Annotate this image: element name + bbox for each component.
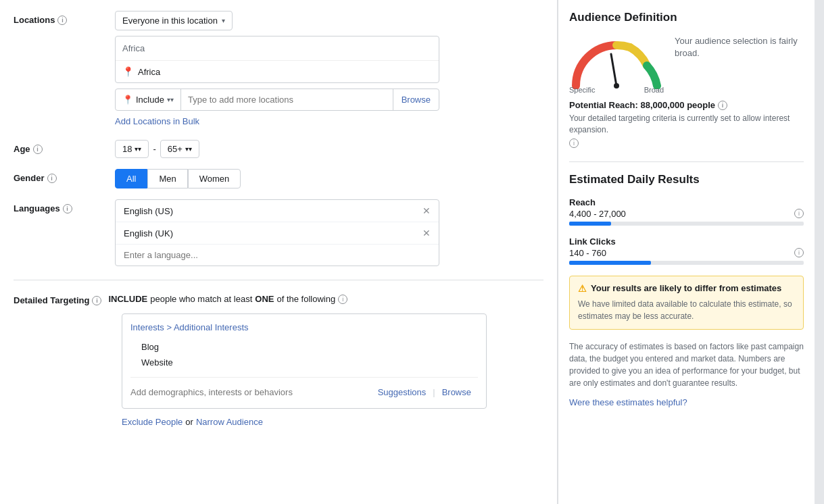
gender-info-icon[interactable]: i — [47, 174, 57, 183]
gender-all-button[interactable]: All — [115, 169, 147, 188]
audience-definition-section: Audience Definition Specific — [569, 11, 804, 148]
gender-label: Gender — [14, 173, 45, 183]
languages-info-icon[interactable]: i — [63, 204, 72, 213]
helpful-link[interactable]: Were these estimates helpful? — [569, 397, 687, 407]
include-pin-icon: 📍 — [122, 95, 133, 105]
reach-bar-background — [569, 222, 804, 226]
include-label: Include — [136, 95, 164, 105]
location-browse-button[interactable]: Browse — [393, 89, 439, 110]
language-en-us-remove[interactable]: ✕ — [422, 205, 431, 216]
gender-men-button[interactable]: Men — [147, 169, 187, 188]
disclaimer-text: The accuracy of estimates is based on fa… — [569, 341, 804, 389]
location-type-input[interactable] — [181, 89, 393, 110]
narrow-audience-link[interactable]: Narrow Audience — [196, 417, 263, 427]
age-separator: - — [153, 144, 155, 154]
desc-suffix: of the following — [276, 294, 335, 304]
audience-definition-title: Audience Definition — [569, 11, 804, 24]
link-clicks-metric-block: Link Clicks 140 - 760 i — [569, 236, 804, 265]
language-item-en-us: English (US) ✕ — [116, 200, 439, 222]
location-search-field[interactable]: Africa — [116, 36, 439, 61]
reach-label: Reach — [569, 197, 804, 207]
detailed-targeting-info-icon[interactable]: i — [92, 296, 101, 305]
gauge-chart: Specific Broad — [569, 35, 664, 89]
age-min-select[interactable]: 18 ▾ — [115, 140, 149, 158]
reach-metric-block: Reach 4,400 - 27,000 i — [569, 197, 804, 226]
warning-text: We have limited data available to calcul… — [578, 298, 795, 322]
age-max-value: 65+ — [168, 144, 183, 154]
warning-title-text: Your results are likely to differ from e… — [591, 283, 781, 293]
detailed-targeting-label: Detailed Targeting — [14, 295, 89, 305]
exclude-row: Exclude People or Narrow Audience — [122, 417, 543, 427]
location-item-text: Africa — [138, 67, 160, 77]
suggestions-button[interactable]: Suggestions — [371, 384, 433, 400]
language-en-us-text: English (US) — [124, 206, 173, 216]
potential-reach-block: Potential Reach: 88,000,000 people i You… — [569, 100, 804, 148]
add-bulk-link[interactable]: Add Locations in Bulk — [115, 116, 199, 126]
age-min-chevron-icon: ▾ — [135, 145, 141, 153]
estimated-daily-title: Estimated Daily Results — [569, 173, 804, 186]
language-en-uk-remove[interactable]: ✕ — [422, 228, 431, 238]
languages-label: Languages — [14, 203, 60, 213]
targeting-browse-button[interactable]: Browse — [435, 384, 478, 400]
language-input[interactable] — [116, 245, 439, 266]
age-label: Age — [14, 144, 30, 154]
interests-path-link[interactable]: Interests > Additional Interests — [130, 322, 478, 332]
include-bar: 📍 Include ▾ Browse — [115, 89, 439, 111]
interest-blog-item: Blog — [130, 339, 478, 355]
potential-reach-sub: Your detailed targeting criteria is curr… — [569, 113, 804, 136]
potential-reach-info-icon[interactable]: i — [718, 101, 727, 110]
gauge-container: Specific Broad Your audience selection i… — [569, 35, 804, 89]
link-clicks-value: 140 - 760 — [569, 248, 606, 258]
age-max-chevron-icon: ▾ — [185, 145, 192, 153]
desc-middle: people who match at least — [150, 294, 252, 304]
gauge-specific-label: Specific — [569, 86, 596, 94]
pin-icon: 📍 — [122, 66, 134, 77]
warning-block: ⚠ Your results are likely to differ from… — [569, 276, 804, 330]
add-targeting-input[interactable] — [130, 387, 371, 397]
gender-group: All Men Women — [115, 169, 543, 188]
reach-value: 4,400 - 27,000 — [569, 209, 626, 219]
include-chevron-icon: ▾ — [167, 96, 174, 103]
language-en-uk-text: English (UK) — [124, 228, 173, 238]
link-clicks-info-icon[interactable]: i — [794, 248, 804, 257]
location-dropdown-text: Everyone in this location — [122, 16, 218, 26]
targeting-box: Interests > Additional Interests Blog We… — [122, 313, 487, 409]
warning-icon: ⚠ — [578, 283, 587, 294]
location-search-box: Africa 📍 Africa — [115, 36, 439, 83]
svg-point-1 — [614, 83, 619, 89]
interest-website-item: Website — [130, 355, 478, 370]
scrollbar[interactable] — [815, 0, 824, 504]
age-max-select[interactable]: 65+ ▾ — [160, 140, 199, 158]
gender-women-button[interactable]: Women — [188, 169, 241, 188]
languages-box: English (US) ✕ English (UK) ✕ — [115, 199, 439, 266]
reach-bar-fill — [569, 222, 611, 226]
include-button[interactable]: 📍 Include ▾ — [116, 89, 181, 110]
one-strong: ONE — [255, 294, 274, 304]
audience-gauge-description: Your audience selection is fairly broad. — [675, 35, 804, 59]
location-dropdown[interactable]: Everyone in this location — [115, 11, 233, 30]
or-separator: or — [185, 417, 193, 427]
reach-info-icon[interactable]: i — [794, 209, 804, 218]
exclude-people-link[interactable]: Exclude People — [122, 417, 183, 427]
estimated-daily-section: Estimated Daily Results Reach 4,400 - 27… — [569, 173, 804, 407]
location-search-text: Africa — [122, 43, 145, 53]
interest-expansion-info-icon[interactable]: i — [569, 138, 579, 148]
add-targeting-bar: Suggestions | Browse — [130, 377, 478, 400]
detailed-targeting-section: Detailed Targeting i INCLUDE people who … — [14, 294, 543, 427]
desc-info-icon[interactable]: i — [338, 295, 347, 304]
link-clicks-label: Link Clicks — [569, 236, 804, 247]
language-item-en-uk: English (UK) ✕ — [116, 222, 439, 245]
link-clicks-bar-background — [569, 261, 804, 265]
right-panel-divider — [569, 161, 804, 162]
chevron-down-icon — [222, 17, 225, 24]
gauge-svg — [569, 35, 664, 89]
locations-label: Locations — [14, 15, 55, 25]
interest-blog-text: Blog — [141, 342, 159, 352]
include-strong: INCLUDE — [108, 294, 147, 304]
add-targeting-actions: Suggestions | Browse — [371, 384, 478, 400]
link-clicks-bar-fill — [569, 261, 651, 265]
locations-info-icon[interactable]: i — [57, 16, 67, 25]
potential-reach-text: Potential Reach: 88,000,000 people — [569, 100, 715, 110]
location-item[interactable]: 📍 Africa — [116, 61, 439, 82]
age-info-icon[interactable]: i — [33, 145, 43, 154]
